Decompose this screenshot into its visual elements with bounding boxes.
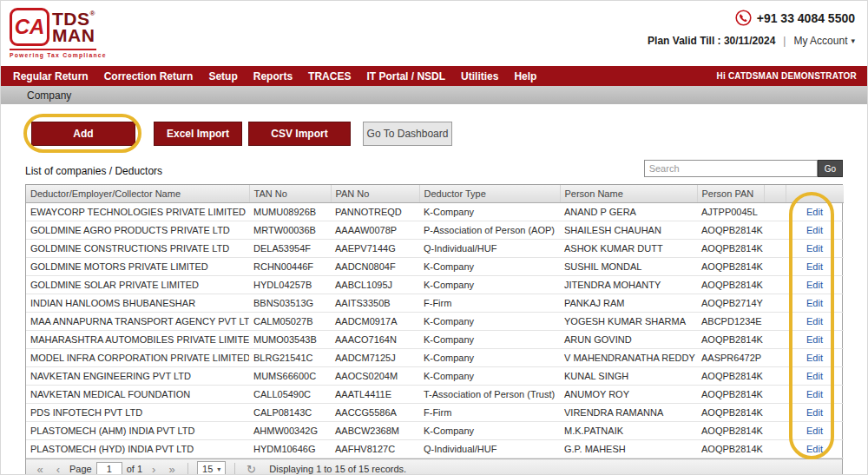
- nav-item-correction-return[interactable]: Correction Return: [104, 70, 194, 82]
- edit-link[interactable]: Edit: [806, 261, 823, 272]
- edit-link[interactable]: Edit: [806, 298, 823, 308]
- cell-deductor-name: PLASTOMECH (AHM) INDIA PVT LTD: [26, 422, 249, 440]
- cell-person-pan: AOQPB2814K: [697, 240, 764, 258]
- list-header: List of companies / Deductors Go: [25, 160, 843, 177]
- column-header-deductor-type[interactable]: Deductor Type: [419, 185, 560, 203]
- edit-link[interactable]: Edit: [806, 444, 823, 454]
- edit-link[interactable]: Edit: [806, 426, 823, 436]
- edit-link[interactable]: Edit: [806, 389, 823, 399]
- table-row[interactable]: NAVKETAN MEDICAL FOUNDATIONCALL05490CAAA…: [26, 386, 844, 404]
- logo-man-text: MAN: [52, 27, 95, 43]
- tdsman-window: CA TDS® MAN Powering Tax Compliance +91 …: [0, 0, 868, 475]
- cell-edit: Edit: [786, 276, 844, 294]
- column-header-empty: [786, 185, 844, 203]
- ca-logo-mark: CA: [10, 8, 49, 46]
- cell-pan-no: AAITS3350B: [331, 294, 419, 313]
- nav-item-setup[interactable]: Setup: [208, 70, 237, 82]
- cell-tan-no: MUMS66600C: [249, 367, 331, 386]
- column-header-pan-no[interactable]: PAN No: [331, 185, 419, 203]
- table-row[interactable]: GOLDMINE CONSTRUCTIONS PRIVATE LTDDELA53…: [26, 240, 844, 258]
- cell-spacer: [764, 294, 786, 313]
- column-header-deductor-employer-collector-name[interactable]: Deductor/Employer/Collector Name: [26, 185, 249, 203]
- page-number-input[interactable]: [96, 462, 122, 475]
- csv-import-button[interactable]: CSV Import: [248, 122, 351, 146]
- cell-spacer: [764, 203, 786, 221]
- table-row[interactable]: PDS INFOTECH PVT LTDCALP08143CAACCG5586A…: [26, 404, 844, 422]
- edit-link[interactable]: Edit: [806, 371, 823, 381]
- nav-item-reports[interactable]: Reports: [253, 70, 293, 82]
- add-button[interactable]: Add: [31, 122, 135, 146]
- cell-spacer: [764, 221, 786, 240]
- table-row[interactable]: MODEL INFRA CORPORATION PRIVATE LIMITEDB…: [26, 349, 844, 367]
- edit-link[interactable]: Edit: [806, 207, 823, 217]
- cell-edit: Edit: [786, 349, 844, 367]
- column-header-tan-no[interactable]: TAN No: [249, 185, 331, 203]
- table-row[interactable]: PLASTOMECH (AHM) INDIA PVT LTDAHMW00342G…: [26, 422, 844, 440]
- list-title: List of companies / Deductors: [25, 165, 162, 177]
- cell-deductor-type: Q-Individual/HUF: [419, 440, 560, 459]
- cell-person-name: ASHOK KUMAR DUTT: [560, 240, 697, 258]
- table-row[interactable]: NAVKETAN ENGINEERING PVT LTDMUMS66600CAA…: [26, 367, 844, 386]
- go-to-dashboard-button[interactable]: Go To Dashboard: [363, 122, 452, 146]
- cell-person-pan: ABCPD1234E: [697, 313, 764, 331]
- column-header-person-pan[interactable]: Person PAN: [697, 185, 764, 203]
- cell-deductor-name: MODEL INFRA CORPORATION PRIVATE LIMITED: [26, 349, 249, 367]
- cell-person-name: JITENDRA MOHANTY: [560, 276, 697, 294]
- cell-deductor-name: EWAYCORP TECHNOLOGIES PRIVATE LIMITED: [26, 203, 249, 221]
- table-row[interactable]: GOLDMINE MOTORS PRIVATE LIMITEDRCHN00446…: [26, 258, 844, 276]
- nav-item-regular-return[interactable]: Regular Return: [13, 70, 89, 82]
- first-page-button[interactable]: «: [33, 464, 47, 475]
- table-row[interactable]: EWAYCORP TECHNOLOGIES PRIVATE LIMITEDMUM…: [26, 203, 844, 221]
- refresh-icon[interactable]: ↻: [244, 464, 258, 475]
- next-page-button[interactable]: ›: [147, 464, 161, 475]
- cell-tan-no: RCHN00446F: [249, 258, 331, 276]
- search-input[interactable]: [644, 160, 818, 177]
- prev-page-button[interactable]: ‹: [51, 464, 65, 475]
- last-page-button[interactable]: »: [165, 464, 179, 475]
- cell-pan-no: AAFHV8127C: [331, 440, 419, 459]
- table-row[interactable]: PLASTOMECH (HYD) INDIA PVT LTDHYDM10646G…: [26, 440, 844, 459]
- my-account-menu[interactable]: My Account ▾: [793, 35, 855, 47]
- column-header-person-name[interactable]: Person Name: [560, 185, 697, 203]
- cell-person-name: ANUMOY ROY: [560, 386, 697, 404]
- table-row[interactable]: MAA ANNAPURNA TRANSPORT AGENCY PVT LTDCA…: [26, 313, 844, 331]
- cell-deductor-name: GOLDMINE SOLAR PRIVATE LIMITED: [26, 276, 249, 294]
- cell-pan-no: AADCM0917A: [331, 313, 419, 331]
- cell-deductor-type: K-Company: [419, 349, 560, 367]
- nav-item-help[interactable]: Help: [514, 70, 536, 82]
- edit-link[interactable]: Edit: [806, 407, 823, 418]
- excel-import-button[interactable]: Excel Import: [154, 122, 242, 146]
- table-row[interactable]: GOLDMINE AGRO PRODUCTS PRIVATE LTDMRTW00…: [26, 221, 844, 240]
- page-size-select[interactable]: 15 ▾: [197, 461, 226, 475]
- table-row[interactable]: MAHARASHTRA AUTOMOBILES PRIVATE LIMITEDM…: [26, 331, 844, 349]
- cell-person-name: SUSHIL MONDAL: [560, 258, 697, 276]
- nav-item-it-portal-nsdl[interactable]: IT Portal / NSDL: [366, 70, 445, 82]
- cell-person-pan: AOQPB2814K: [697, 404, 764, 422]
- cell-person-pan: AOQPB2814K: [697, 422, 764, 440]
- edit-link[interactable]: Edit: [806, 353, 823, 363]
- nav-item-traces[interactable]: TRACES: [308, 70, 351, 82]
- search-go-button[interactable]: Go: [818, 160, 843, 177]
- page-label: Page: [69, 464, 92, 474]
- cell-deductor-type: K-Company: [419, 258, 560, 276]
- cell-edit: Edit: [786, 386, 844, 404]
- table-row[interactable]: INDIAN HANLOOMS BHUBANESHARBBNS03513GAAI…: [26, 294, 844, 313]
- cell-deductor-type: Q-Individual/HUF: [419, 240, 560, 258]
- cell-deductor-type: K-Company: [419, 422, 560, 440]
- cell-person-name: ARUN GOVIND: [560, 331, 697, 349]
- edit-link[interactable]: Edit: [806, 280, 823, 290]
- edit-link[interactable]: Edit: [806, 334, 823, 345]
- edit-link[interactable]: Edit: [806, 243, 823, 254]
- cell-spacer: [764, 276, 786, 294]
- table-row[interactable]: GOLDMINE SOLAR PRIVATE LIMITEDHYDL04257B…: [26, 276, 844, 294]
- cell-deductor-type: K-Company: [419, 313, 560, 331]
- my-account-label: My Account: [793, 35, 847, 47]
- cell-pan-no: AAAAW0078P: [331, 221, 419, 240]
- cell-edit: Edit: [786, 294, 844, 313]
- cell-person-name: M.K.PATNAIK: [560, 422, 697, 440]
- edit-link[interactable]: Edit: [806, 316, 823, 327]
- nav-item-utilities[interactable]: Utilities: [461, 70, 498, 82]
- user-greeting: Hi CATDSMAN DEMONSTRATOR: [717, 71, 857, 81]
- tdsman-logo: CA TDS® MAN Powering Tax Compliance: [10, 8, 96, 58]
- edit-link[interactable]: Edit: [806, 225, 823, 235]
